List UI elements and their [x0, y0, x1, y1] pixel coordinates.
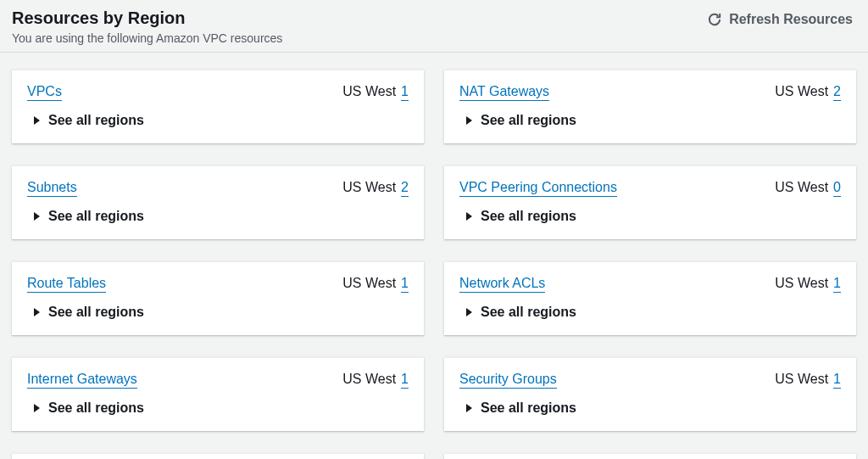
card-title-link[interactable]: NAT Gateways	[459, 84, 549, 101]
caret-right-icon	[466, 116, 472, 125]
see-all-label: See all regions	[48, 113, 144, 128]
card-head: Subnets US West 2	[27, 180, 409, 197]
card-title-link[interactable]: Network ACLs	[459, 276, 545, 293]
card-region: US West 1	[775, 276, 841, 293]
region-count-link[interactable]: 1	[401, 372, 409, 389]
region-label: US West	[342, 372, 396, 387]
region-label: US West	[775, 372, 828, 387]
card-head: Route Tables US West 1	[27, 276, 409, 293]
see-all-regions-toggle[interactable]: See all regions	[34, 305, 144, 320]
card-region: US West 1	[342, 84, 409, 101]
refresh-label: Refresh Resources	[729, 12, 853, 27]
see-all-label: See all regions	[481, 400, 576, 416]
card-head: VPC Peering Connections US West 0	[459, 180, 841, 197]
page-title: Resources by Region	[12, 8, 282, 28]
card-title-link[interactable]: Internet Gateways	[27, 372, 137, 389]
card-title-link[interactable]: Route Tables	[27, 276, 106, 293]
card-head: NAT Gateways US West 2	[459, 84, 841, 101]
caret-right-icon	[34, 404, 40, 412]
see-all-regions-toggle[interactable]: See all regions	[34, 113, 144, 128]
card-route-tables: Route Tables US West 1 See all regions	[12, 261, 424, 335]
see-all-regions-toggle[interactable]: See all regions	[466, 209, 576, 224]
card-subnets: Subnets US West 2 See all regions	[12, 165, 424, 239]
card-vpcs: VPCs US West 1 See all regions	[12, 70, 424, 143]
card-region: US West 1	[342, 276, 409, 293]
caret-right-icon	[34, 212, 40, 221]
see-all-label: See all regions	[48, 305, 144, 320]
caret-right-icon	[466, 308, 472, 316]
card-title-link[interactable]: VPC Peering Connections	[459, 180, 617, 197]
see-all-label: See all regions	[481, 305, 576, 320]
card-region: US West 0	[775, 180, 841, 197]
card-internet-gateways: Internet Gateways US West 1 See all regi…	[12, 357, 424, 431]
region-label: US West	[342, 276, 396, 291]
card-nat-gateways: NAT Gateways US West 2 See all regions	[444, 70, 856, 143]
card-region: US West 1	[342, 372, 409, 389]
card-security-groups: Security Groups US West 1 See all region…	[444, 357, 856, 431]
region-label: US West	[775, 180, 828, 195]
region-label: US West	[342, 180, 396, 195]
see-all-regions-toggle[interactable]: See all regions	[466, 400, 576, 416]
refresh-icon	[707, 12, 722, 27]
caret-right-icon	[466, 404, 472, 412]
card-region: US West 1	[775, 372, 841, 389]
region-label: US West	[775, 84, 828, 99]
card-head: Network ACLs US West 1	[459, 276, 841, 293]
caret-right-icon	[34, 308, 40, 316]
region-count-link[interactable]: 2	[401, 180, 409, 197]
page-subtitle: You are using the following Amazon VPC r…	[12, 31, 282, 45]
region-label: US West	[342, 84, 396, 99]
card-region: US West 2	[775, 84, 841, 101]
see-all-regions-toggle[interactable]: See all regions	[466, 113, 576, 128]
card-network-acls: Network ACLs US West 1 See all regions	[444, 261, 856, 335]
card-title-link[interactable]: Subnets	[27, 180, 77, 197]
region-count-link[interactable]: 1	[833, 276, 841, 293]
card-head: VPCs US West 1	[27, 84, 409, 101]
header-left: Resources by Region You are using the fo…	[12, 8, 282, 45]
see-all-label: See all regions	[481, 209, 576, 224]
region-count-link[interactable]: 2	[833, 84, 841, 101]
card-head: Security Groups US West 1	[459, 372, 841, 389]
see-all-label: See all regions	[48, 209, 144, 224]
header: Resources by Region You are using the fo…	[0, 0, 868, 53]
resource-cards-grid: VPCs US West 1 See all regions NAT Gatew…	[0, 53, 868, 459]
see-all-label: See all regions	[48, 400, 144, 416]
refresh-resources-button[interactable]: Refresh Resources	[707, 8, 856, 27]
region-count-link[interactable]: 1	[401, 84, 409, 101]
card-title-link[interactable]: Security Groups	[459, 372, 557, 389]
see-all-regions-toggle[interactable]: See all regions	[34, 400, 144, 416]
region-count-link[interactable]: 0	[833, 180, 841, 197]
card-placeholder	[444, 453, 856, 459]
card-region: US West 2	[342, 180, 409, 197]
card-title-link[interactable]: VPCs	[27, 84, 62, 101]
see-all-label: See all regions	[481, 113, 576, 128]
region-count-link[interactable]: 1	[401, 276, 409, 293]
card-head: Internet Gateways US West 1	[27, 372, 409, 389]
region-count-link[interactable]: 1	[833, 372, 841, 389]
see-all-regions-toggle[interactable]: See all regions	[466, 305, 576, 320]
caret-right-icon	[466, 212, 472, 221]
caret-right-icon	[34, 116, 40, 125]
see-all-regions-toggle[interactable]: See all regions	[34, 209, 144, 224]
card-vpc-peering-connections: VPC Peering Connections US West 0 See al…	[444, 165, 856, 239]
card-placeholder	[12, 453, 424, 459]
region-label: US West	[775, 276, 828, 291]
